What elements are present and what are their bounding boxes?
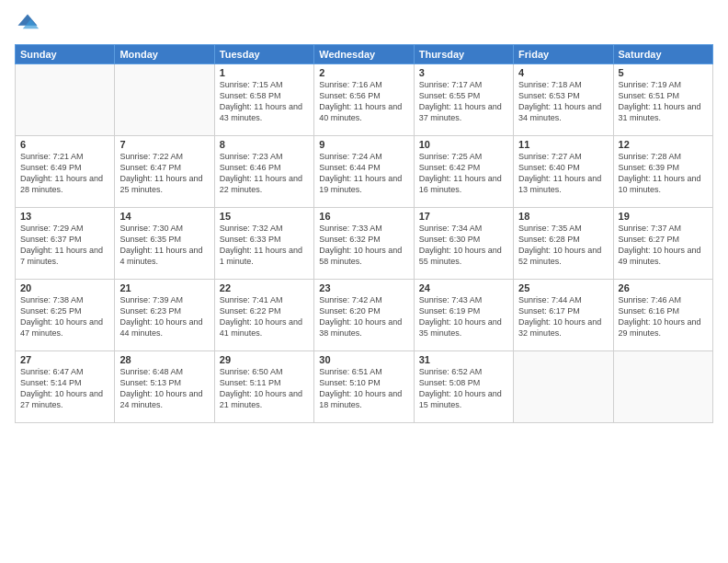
calendar-cell: 20Sunrise: 7:38 AMSunset: 6:25 PMDayligh…: [16, 280, 115, 351]
day-number: 3: [419, 67, 508, 78]
day-number: 17: [419, 211, 508, 222]
day-number: 7: [119, 139, 209, 150]
day-number: 27: [20, 354, 109, 365]
day-info: Sunrise: 7:19 AMSunset: 6:51 PMDaylight:…: [619, 79, 708, 124]
day-info: Sunrise: 7:42 AMSunset: 6:20 PMDaylight:…: [319, 294, 408, 339]
day-number: 16: [319, 211, 408, 222]
calendar-cell: 21Sunrise: 7:39 AMSunset: 6:23 PMDayligh…: [115, 280, 214, 351]
day-info: Sunrise: 7:24 AMSunset: 6:44 PMDaylight:…: [319, 151, 408, 196]
calendar-cell: 12Sunrise: 7:28 AMSunset: 6:39 PMDayligh…: [613, 136, 712, 208]
day-number: 15: [220, 211, 309, 222]
calendar: SundayMondayTuesdayWednesdayThursdayFrid…: [15, 44, 713, 423]
calendar-cell: 4Sunrise: 7:18 AMSunset: 6:53 PMDaylight…: [514, 64, 613, 136]
day-info: Sunrise: 7:28 AMSunset: 6:39 PMDaylight:…: [619, 151, 708, 196]
day-info: Sunrise: 7:16 AMSunset: 6:56 PMDaylight:…: [319, 79, 408, 124]
calendar-cell: 31Sunrise: 6:52 AMSunset: 5:08 PMDayligh…: [414, 351, 513, 423]
week-row-1: 6Sunrise: 7:21 AMSunset: 6:49 PMDaylight…: [16, 136, 713, 208]
calendar-cell: 14Sunrise: 7:30 AMSunset: 6:35 PMDayligh…: [115, 208, 214, 280]
calendar-cell: 9Sunrise: 7:24 AMSunset: 6:44 PMDaylight…: [314, 136, 414, 208]
day-number: 19: [619, 211, 708, 222]
calendar-cell: 6Sunrise: 7:21 AMSunset: 6:49 PMDaylight…: [16, 136, 115, 208]
calendar-cell: 23Sunrise: 7:42 AMSunset: 6:20 PMDayligh…: [314, 280, 414, 351]
day-info: Sunrise: 7:35 AMSunset: 6:28 PMDaylight:…: [518, 223, 608, 268]
calendar-cell: 10Sunrise: 7:25 AMSunset: 6:42 PMDayligh…: [414, 136, 513, 208]
calendar-cell: 28Sunrise: 6:48 AMSunset: 5:13 PMDayligh…: [115, 351, 214, 423]
week-row-2: 13Sunrise: 7:29 AMSunset: 6:37 PMDayligh…: [16, 208, 713, 280]
calendar-cell: [16, 64, 115, 136]
day-info: Sunrise: 7:29 AMSunset: 6:37 PMDaylight:…: [20, 223, 109, 268]
day-number: 8: [220, 139, 309, 150]
day-info: Sunrise: 7:46 AMSunset: 6:16 PMDaylight:…: [619, 294, 708, 339]
day-number: 21: [119, 282, 209, 293]
day-info: Sunrise: 7:17 AMSunset: 6:55 PMDaylight:…: [419, 79, 508, 124]
day-info: Sunrise: 6:52 AMSunset: 5:08 PMDaylight:…: [419, 366, 508, 411]
day-number: 31: [419, 354, 508, 365]
calendar-cell: 11Sunrise: 7:27 AMSunset: 6:40 PMDayligh…: [514, 136, 613, 208]
day-number: 25: [518, 282, 608, 293]
calendar-cell: 30Sunrise: 6:51 AMSunset: 5:10 PMDayligh…: [314, 351, 414, 423]
day-number: 28: [119, 354, 209, 365]
calendar-cell: 13Sunrise: 7:29 AMSunset: 6:37 PMDayligh…: [16, 208, 115, 280]
day-info: Sunrise: 7:27 AMSunset: 6:40 PMDaylight:…: [518, 151, 608, 196]
calendar-cell: 27Sunrise: 6:47 AMSunset: 5:14 PMDayligh…: [16, 351, 115, 423]
calendar-cell: 1Sunrise: 7:15 AMSunset: 6:58 PMDaylight…: [214, 64, 313, 136]
day-info: Sunrise: 7:22 AMSunset: 6:47 PMDaylight:…: [119, 151, 209, 196]
weekday-header-wednesday: Wednesday: [314, 45, 414, 64]
calendar-cell: 5Sunrise: 7:19 AMSunset: 6:51 PMDaylight…: [613, 64, 712, 136]
day-number: 12: [619, 139, 708, 150]
day-info: Sunrise: 7:43 AMSunset: 6:19 PMDaylight:…: [419, 294, 508, 339]
weekday-header-monday: Monday: [115, 45, 214, 64]
day-info: Sunrise: 6:47 AMSunset: 5:14 PMDaylight:…: [20, 366, 109, 411]
calendar-cell: [514, 351, 613, 423]
calendar-cell: [115, 64, 214, 136]
day-number: 5: [619, 67, 708, 78]
calendar-cell: 24Sunrise: 7:43 AMSunset: 6:19 PMDayligh…: [414, 280, 513, 351]
calendar-cell: 25Sunrise: 7:44 AMSunset: 6:17 PMDayligh…: [514, 280, 613, 351]
day-info: Sunrise: 7:37 AMSunset: 6:27 PMDaylight:…: [619, 223, 708, 268]
day-number: 26: [619, 282, 708, 293]
weekday-header-tuesday: Tuesday: [214, 45, 313, 64]
day-number: 23: [319, 282, 408, 293]
calendar-cell: 7Sunrise: 7:22 AMSunset: 6:47 PMDaylight…: [115, 136, 214, 208]
calendar-cell: 22Sunrise: 7:41 AMSunset: 6:22 PMDayligh…: [214, 280, 313, 351]
weekday-header-thursday: Thursday: [414, 45, 513, 64]
day-info: Sunrise: 7:25 AMSunset: 6:42 PMDaylight:…: [419, 151, 508, 196]
day-number: 13: [20, 211, 109, 222]
day-info: Sunrise: 7:21 AMSunset: 6:49 PMDaylight:…: [20, 151, 109, 196]
logo-icon: [15, 11, 40, 37]
page: SundayMondayTuesdayWednesdayThursdayFrid…: [0, 0, 728, 563]
calendar-cell: 16Sunrise: 7:33 AMSunset: 6:32 PMDayligh…: [314, 208, 414, 280]
week-row-0: 1Sunrise: 7:15 AMSunset: 6:58 PMDaylight…: [16, 64, 713, 136]
calendar-cell: 29Sunrise: 6:50 AMSunset: 5:11 PMDayligh…: [214, 351, 313, 423]
day-number: 1: [220, 67, 309, 78]
calendar-cell: [613, 351, 712, 423]
day-number: 4: [518, 67, 608, 78]
day-info: Sunrise: 7:15 AMSunset: 6:58 PMDaylight:…: [220, 79, 309, 124]
day-number: 30: [319, 354, 408, 365]
day-info: Sunrise: 6:48 AMSunset: 5:13 PMDaylight:…: [119, 366, 209, 411]
weekday-header-row: SundayMondayTuesdayWednesdayThursdayFrid…: [16, 45, 713, 64]
calendar-cell: 17Sunrise: 7:34 AMSunset: 6:30 PMDayligh…: [414, 208, 513, 280]
calendar-cell: 15Sunrise: 7:32 AMSunset: 6:33 PMDayligh…: [214, 208, 313, 280]
week-row-4: 27Sunrise: 6:47 AMSunset: 5:14 PMDayligh…: [16, 351, 713, 423]
header: [15, 11, 713, 37]
day-info: Sunrise: 7:32 AMSunset: 6:33 PMDaylight:…: [220, 223, 309, 268]
weekday-header-saturday: Saturday: [613, 45, 712, 64]
calendar-cell: 8Sunrise: 7:23 AMSunset: 6:46 PMDaylight…: [214, 136, 313, 208]
logo: [15, 11, 44, 37]
day-number: 14: [119, 211, 209, 222]
day-number: 11: [518, 139, 608, 150]
calendar-cell: 19Sunrise: 7:37 AMSunset: 6:27 PMDayligh…: [613, 208, 712, 280]
day-info: Sunrise: 7:44 AMSunset: 6:17 PMDaylight:…: [518, 294, 608, 339]
day-number: 9: [319, 139, 408, 150]
weekday-header-sunday: Sunday: [16, 45, 115, 64]
calendar-cell: 26Sunrise: 7:46 AMSunset: 6:16 PMDayligh…: [613, 280, 712, 351]
day-info: Sunrise: 7:30 AMSunset: 6:35 PMDaylight:…: [119, 223, 209, 268]
day-info: Sunrise: 7:23 AMSunset: 6:46 PMDaylight:…: [220, 151, 309, 196]
day-number: 22: [220, 282, 309, 293]
day-info: Sunrise: 7:18 AMSunset: 6:53 PMDaylight:…: [518, 79, 608, 124]
week-row-3: 20Sunrise: 7:38 AMSunset: 6:25 PMDayligh…: [16, 280, 713, 351]
day-number: 29: [220, 354, 309, 365]
day-info: Sunrise: 7:39 AMSunset: 6:23 PMDaylight:…: [119, 294, 209, 339]
day-number: 10: [419, 139, 508, 150]
